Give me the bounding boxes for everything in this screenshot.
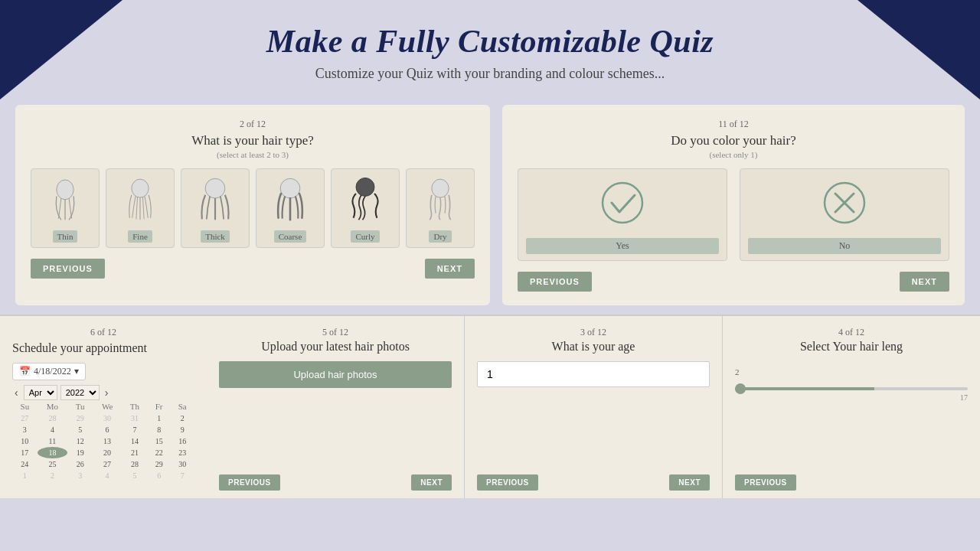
cal-day-cell[interactable]: 15	[148, 435, 171, 447]
calendar-year-select[interactable]: 2022	[60, 385, 100, 400]
svg-point-5	[432, 179, 449, 197]
dry-label: Dry	[429, 230, 451, 243]
cal-week-5: 24 25 26 27 28 29 30	[12, 458, 194, 470]
calendar-date-box[interactable]: 📅 4/18/2022 ▾	[12, 363, 86, 380]
hair-option-coarse[interactable]: Coarse	[256, 168, 325, 248]
svg-point-3	[280, 178, 300, 198]
cal-week-6: 1 2 3 4 5 6 7	[12, 470, 194, 481]
cal-day-cell[interactable]: 3	[67, 470, 93, 481]
schedule-step: 6 of 12	[12, 327, 194, 338]
cal-day-cell[interactable]: 6	[148, 470, 171, 481]
cal-day-cell[interactable]: 5	[122, 470, 148, 481]
cal-day-cell[interactable]: 24	[12, 458, 38, 470]
upload-question: Upload your latest hair photos	[219, 340, 452, 354]
cal-day-cell[interactable]: 28	[122, 458, 148, 470]
hair-options-list: Thin Fine	[31, 168, 475, 248]
cal-day-cell[interactable]: 10	[12, 435, 38, 447]
upload-prev-button[interactable]: PREVIOUS	[219, 474, 280, 491]
hair-option-fine[interactable]: Fine	[106, 168, 175, 248]
cal-day-cell[interactable]: 21	[122, 447, 148, 458]
cal-day-cell[interactable]: 1	[12, 470, 38, 481]
hair-type-next-button[interactable]: NEXT	[425, 259, 475, 279]
cal-day-cell[interactable]: 23	[170, 447, 194, 458]
calendar-prev-month-button[interactable]: ‹	[12, 386, 21, 399]
cal-day-cell[interactable]: 12	[67, 435, 93, 447]
cal-day-cell[interactable]: 16	[170, 435, 194, 447]
calendar-next-month-button[interactable]: ›	[103, 386, 111, 399]
no-option[interactable]: No	[740, 168, 949, 261]
hair-option-thin[interactable]: Thin	[31, 168, 100, 248]
hair-type-sub: (select at least 2 to 3)	[31, 150, 475, 159]
cal-day-th: Th	[122, 400, 148, 412]
cal-day-cell[interactable]: 22	[148, 447, 171, 458]
svg-point-6	[603, 183, 642, 223]
color-hair-question: Do you color your hair?	[518, 133, 949, 148]
cal-day-cell[interactable]: 11	[38, 435, 67, 447]
cal-day-cell[interactable]: 4	[93, 470, 122, 481]
cal-day-cell[interactable]: 29	[67, 412, 93, 424]
yesno-options-list: Yes No	[518, 168, 949, 261]
slider-labels: 2	[735, 367, 968, 377]
hair-option-curly[interactable]: Curly	[331, 168, 400, 248]
cal-day-cell[interactable]: 20	[93, 447, 122, 458]
cal-day-cell[interactable]: 19	[67, 447, 93, 458]
length-nav: PREVIOUS	[735, 474, 968, 491]
upload-photos-button[interactable]: Upload hair photos	[219, 361, 452, 388]
cal-day-cell[interactable]: 29	[148, 458, 171, 470]
page-subtitle: Customize your Quiz with your branding a…	[15, 66, 965, 82]
cal-week-2: 3 4 5 6 7 8 9	[12, 424, 194, 435]
cal-day-cell[interactable]: 5	[67, 424, 93, 435]
calendar-month-select[interactable]: Apr	[24, 385, 57, 400]
cal-day-cell[interactable]: 4	[38, 424, 67, 435]
color-hair-next-button[interactable]: NEXT	[900, 272, 949, 292]
cal-day-cell[interactable]: 27	[93, 458, 122, 470]
cal-day-cell[interactable]: 30	[170, 458, 194, 470]
cal-day-cell[interactable]: 28	[38, 412, 67, 424]
cal-day-cell[interactable]: 25	[38, 458, 67, 470]
hair-type-prev-button[interactable]: PREVIOUS	[31, 259, 105, 279]
fine-hair-icon	[111, 175, 169, 226]
cal-day-cell[interactable]: 9	[170, 424, 194, 435]
cal-day-cell[interactable]: 13	[93, 435, 122, 447]
upload-card: 5 of 12 Upload your latest hair photos U…	[207, 315, 465, 498]
yes-label: Yes	[526, 238, 719, 254]
cal-day-cell[interactable]: 7	[122, 424, 148, 435]
cal-day-cell[interactable]: 14	[122, 435, 148, 447]
cal-day-tu: Tu	[67, 400, 93, 412]
age-prev-button[interactable]: PREVIOUS	[477, 474, 538, 491]
yes-option[interactable]: Yes	[518, 168, 727, 261]
slider-min-max: 17	[735, 393, 968, 402]
cal-week-4: 17 18 19 20 21 22 23	[12, 447, 194, 458]
cal-today-cell[interactable]: 18	[38, 447, 67, 458]
bottom-cards-row: 6 of 12 Schedule your appointment 📅 4/18…	[0, 315, 980, 498]
cal-day-we: We	[93, 400, 122, 412]
cal-day-cell[interactable]: 2	[170, 412, 194, 424]
cal-day-cell[interactable]: 2	[38, 470, 67, 481]
cal-day-cell[interactable]: 8	[148, 424, 171, 435]
calendar-month-nav: ‹ Apr 2022 ›	[12, 385, 194, 400]
length-slider-container: 2 17	[735, 361, 968, 408]
upload-next-button[interactable]: NEXT	[411, 474, 452, 491]
color-hair-prev-button[interactable]: PREVIOUS	[518, 272, 592, 292]
cal-day-cell[interactable]: 26	[67, 458, 93, 470]
age-input[interactable]	[477, 361, 710, 387]
cal-day-cell[interactable]: 7	[170, 470, 194, 481]
dry-hair-icon	[411, 175, 469, 226]
age-next-button[interactable]: NEXT	[669, 474, 710, 491]
xmark-icon	[748, 180, 941, 232]
cal-day-cell[interactable]: 17	[12, 447, 38, 458]
cal-day-cell[interactable]: 30	[93, 412, 122, 424]
hair-length-slider[interactable]	[735, 387, 968, 390]
cal-day-cell[interactable]: 3	[12, 424, 38, 435]
hair-option-dry[interactable]: Dry	[406, 168, 475, 248]
cal-day-cell[interactable]: 31	[122, 412, 148, 424]
cal-day-cell[interactable]: 27	[12, 412, 38, 424]
cal-day-cell[interactable]: 6	[93, 424, 122, 435]
calendar-dropdown-icon: ▾	[74, 366, 79, 377]
fine-label: Fine	[128, 230, 152, 243]
age-step: 3 of 12	[477, 327, 710, 338]
hair-option-thick[interactable]: Thick	[181, 168, 250, 248]
thick-label: Thick	[201, 230, 230, 243]
length-prev-button[interactable]: PREVIOUS	[735, 474, 796, 491]
cal-day-cell[interactable]: 1	[148, 412, 171, 424]
